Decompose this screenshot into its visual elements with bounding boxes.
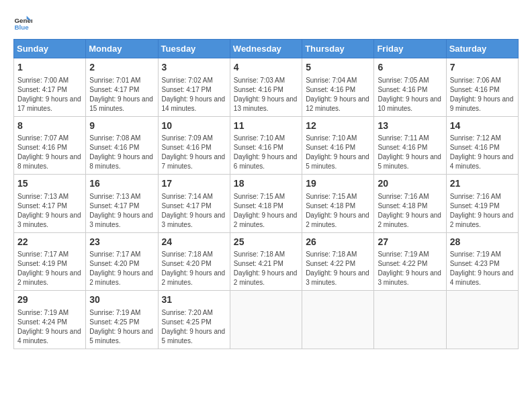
day-number: 6 (378, 61, 442, 75)
calendar-day-cell: 27Sunrise: 7:19 AMSunset: 4:22 PMDayligh… (374, 232, 446, 291)
day-info: Sunrise: 7:01 AMSunset: 4:17 PMDaylight:… (89, 76, 154, 113)
day-info: Sunrise: 7:14 AMSunset: 4:17 PMDaylight:… (162, 192, 226, 230)
day-number: 3 (162, 61, 226, 75)
calendar-day-cell: 8Sunrise: 7:07 AMSunset: 4:16 PMDaylight… (14, 116, 86, 175)
day-number: 11 (234, 120, 298, 133)
day-info: Sunrise: 7:08 AMSunset: 4:16 PMDaylight:… (89, 134, 154, 171)
day-number: 8 (17, 120, 82, 133)
day-info: Sunrise: 7:20 AMSunset: 4:25 PMDaylight:… (162, 308, 226, 346)
day-info: Sunrise: 7:03 AMSunset: 4:16 PMDaylight:… (234, 76, 298, 113)
weekday-header-cell: Thursday (302, 40, 374, 58)
calendar-day-cell: 17Sunrise: 7:14 AMSunset: 4:17 PMDayligh… (158, 175, 230, 233)
calendar-day-cell: 7Sunrise: 7:06 AMSunset: 4:16 PMDaylight… (446, 58, 518, 117)
calendar-day-cell: 29Sunrise: 7:19 AMSunset: 4:24 PMDayligh… (14, 291, 86, 349)
calendar-week-row: 1Sunrise: 7:00 AMSunset: 4:17 PMDaylight… (14, 58, 519, 117)
day-info: Sunrise: 7:19 AMSunset: 4:24 PMDaylight:… (17, 308, 82, 346)
day-number: 17 (162, 177, 226, 191)
calendar-day-cell: 31Sunrise: 7:20 AMSunset: 4:25 PMDayligh… (158, 291, 230, 349)
calendar-day-cell (446, 291, 518, 349)
calendar-day-cell: 11Sunrise: 7:10 AMSunset: 4:16 PMDayligh… (230, 116, 302, 175)
calendar-body: 1Sunrise: 7:00 AMSunset: 4:17 PMDaylight… (14, 58, 519, 349)
logo-icon: General Blue (13, 13, 32, 32)
day-number: 19 (306, 177, 370, 191)
day-info: Sunrise: 7:17 AMSunset: 4:19 PMDaylight:… (17, 250, 82, 287)
calendar-day-cell: 28Sunrise: 7:19 AMSunset: 4:23 PMDayligh… (446, 232, 518, 291)
calendar-day-cell: 12Sunrise: 7:10 AMSunset: 4:16 PMDayligh… (302, 116, 374, 175)
day-number: 25 (234, 236, 298, 249)
calendar-day-cell: 3Sunrise: 7:02 AMSunset: 4:17 PMDaylight… (158, 58, 230, 117)
day-number: 22 (17, 236, 82, 249)
day-info: Sunrise: 7:09 AMSunset: 4:16 PMDaylight:… (162, 134, 226, 171)
calendar-week-row: 8Sunrise: 7:07 AMSunset: 4:16 PMDaylight… (14, 116, 519, 175)
day-number: 16 (89, 177, 154, 191)
calendar-day-cell: 6Sunrise: 7:05 AMSunset: 4:16 PMDaylight… (374, 58, 446, 117)
day-info: Sunrise: 7:07 AMSunset: 4:16 PMDaylight:… (17, 134, 82, 171)
calendar-day-cell (374, 291, 446, 349)
calendar-day-cell: 15Sunrise: 7:13 AMSunset: 4:17 PMDayligh… (14, 175, 86, 233)
day-number: 1 (17, 61, 82, 75)
day-number: 23 (89, 236, 154, 249)
day-info: Sunrise: 7:10 AMSunset: 4:16 PMDaylight:… (306, 134, 370, 171)
calendar-day-cell: 25Sunrise: 7:18 AMSunset: 4:21 PMDayligh… (230, 232, 302, 291)
day-info: Sunrise: 7:18 AMSunset: 4:20 PMDaylight:… (162, 250, 226, 287)
logo: General Blue (13, 13, 32, 32)
day-info: Sunrise: 7:05 AMSunset: 4:16 PMDaylight:… (378, 76, 442, 113)
day-info: Sunrise: 7:02 AMSunset: 4:17 PMDaylight:… (162, 76, 226, 113)
day-info: Sunrise: 7:06 AMSunset: 4:16 PMDaylight:… (450, 76, 515, 113)
weekday-header-cell: Friday (374, 40, 446, 58)
day-number: 30 (89, 293, 154, 307)
weekday-header-cell: Sunday (14, 40, 86, 58)
day-info: Sunrise: 7:04 AMSunset: 4:16 PMDaylight:… (306, 76, 370, 113)
day-info: Sunrise: 7:00 AMSunset: 4:17 PMDaylight:… (17, 76, 82, 113)
day-info: Sunrise: 7:19 AMSunset: 4:25 PMDaylight:… (89, 308, 154, 346)
calendar-day-cell (230, 291, 302, 349)
day-number: 21 (450, 177, 515, 191)
calendar-day-cell: 1Sunrise: 7:00 AMSunset: 4:17 PMDaylight… (14, 58, 86, 117)
calendar-week-row: 15Sunrise: 7:13 AMSunset: 4:17 PMDayligh… (14, 175, 519, 233)
calendar-day-cell: 2Sunrise: 7:01 AMSunset: 4:17 PMDaylight… (86, 58, 158, 117)
day-number: 13 (378, 120, 442, 133)
calendar-day-cell: 30Sunrise: 7:19 AMSunset: 4:25 PMDayligh… (86, 291, 158, 349)
day-info: Sunrise: 7:19 AMSunset: 4:22 PMDaylight:… (378, 250, 442, 287)
calendar-day-cell: 24Sunrise: 7:18 AMSunset: 4:20 PMDayligh… (158, 232, 230, 291)
calendar-day-cell: 18Sunrise: 7:15 AMSunset: 4:18 PMDayligh… (230, 175, 302, 233)
day-info: Sunrise: 7:16 AMSunset: 4:18 PMDaylight:… (378, 192, 442, 230)
weekday-header-cell: Monday (86, 40, 158, 58)
day-number: 5 (306, 61, 370, 75)
day-info: Sunrise: 7:13 AMSunset: 4:17 PMDaylight:… (17, 192, 82, 230)
weekday-header-cell: Saturday (446, 40, 518, 58)
calendar-week-row: 29Sunrise: 7:19 AMSunset: 4:24 PMDayligh… (14, 291, 519, 349)
day-info: Sunrise: 7:13 AMSunset: 4:17 PMDaylight:… (89, 192, 154, 230)
day-number: 31 (162, 293, 226, 307)
calendar-day-cell: 23Sunrise: 7:17 AMSunset: 4:20 PMDayligh… (86, 232, 158, 291)
calendar-day-cell: 14Sunrise: 7:12 AMSunset: 4:16 PMDayligh… (446, 116, 518, 175)
day-number: 18 (234, 177, 298, 191)
calendar-day-cell: 22Sunrise: 7:17 AMSunset: 4:19 PMDayligh… (14, 232, 86, 291)
day-number: 10 (162, 120, 226, 133)
weekday-header-cell: Tuesday (158, 40, 230, 58)
day-number: 20 (378, 177, 442, 191)
day-info: Sunrise: 7:18 AMSunset: 4:22 PMDaylight:… (306, 250, 370, 287)
day-info: Sunrise: 7:15 AMSunset: 4:18 PMDaylight:… (306, 192, 370, 230)
day-info: Sunrise: 7:19 AMSunset: 4:23 PMDaylight:… (450, 250, 515, 287)
day-number: 29 (17, 293, 82, 307)
day-info: Sunrise: 7:17 AMSunset: 4:20 PMDaylight:… (89, 250, 154, 287)
calendar-day-cell: 26Sunrise: 7:18 AMSunset: 4:22 PMDayligh… (302, 232, 374, 291)
day-info: Sunrise: 7:12 AMSunset: 4:16 PMDaylight:… (450, 134, 515, 171)
calendar-day-cell: 13Sunrise: 7:11 AMSunset: 4:16 PMDayligh… (374, 116, 446, 175)
day-number: 26 (306, 236, 370, 249)
calendar-day-cell: 4Sunrise: 7:03 AMSunset: 4:16 PMDaylight… (230, 58, 302, 117)
day-number: 2 (89, 61, 154, 75)
day-number: 7 (450, 61, 515, 75)
day-info: Sunrise: 7:10 AMSunset: 4:16 PMDaylight:… (234, 134, 298, 171)
calendar-week-row: 22Sunrise: 7:17 AMSunset: 4:19 PMDayligh… (14, 232, 519, 291)
day-number: 4 (234, 61, 298, 75)
day-number: 28 (450, 236, 515, 249)
calendar-day-cell: 10Sunrise: 7:09 AMSunset: 4:16 PMDayligh… (158, 116, 230, 175)
day-number: 12 (306, 120, 370, 133)
day-info: Sunrise: 7:18 AMSunset: 4:21 PMDaylight:… (234, 250, 298, 287)
day-info: Sunrise: 7:15 AMSunset: 4:18 PMDaylight:… (234, 192, 298, 230)
weekday-header-row: SundayMondayTuesdayWednesdayThursdayFrid… (14, 40, 519, 58)
calendar-day-cell: 20Sunrise: 7:16 AMSunset: 4:18 PMDayligh… (374, 175, 446, 233)
calendar-day-cell: 16Sunrise: 7:13 AMSunset: 4:17 PMDayligh… (86, 175, 158, 233)
